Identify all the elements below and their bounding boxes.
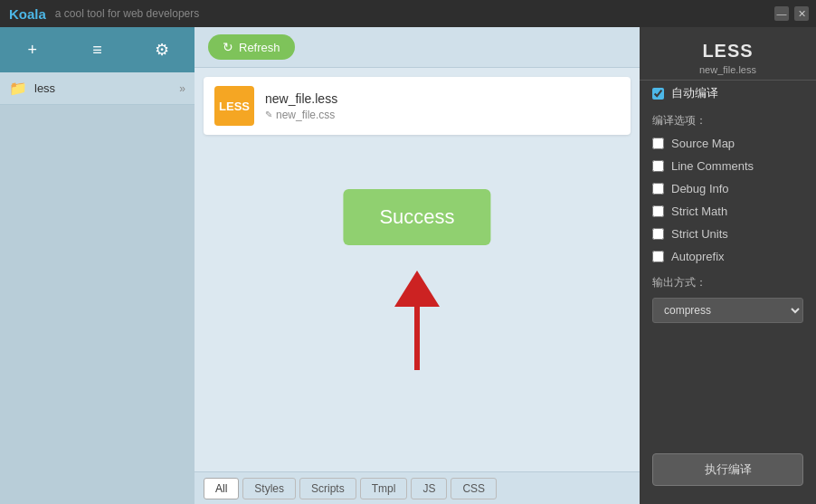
center-panel: ↻ Refresh LESS new_file.less ✎ new_file.… — [195, 27, 640, 504]
file-badge: LESS — [214, 86, 254, 126]
file-output-name: new_file.css — [276, 109, 335, 121]
autoprefix-checkbox[interactable] — [652, 251, 664, 262]
tab-all[interactable]: All — [204, 478, 239, 499]
auto-compile-row: 自动编译 — [640, 81, 816, 106]
line-comments-label: Line Comments — [671, 159, 754, 173]
option-strict-units: Strict Units — [640, 223, 816, 245]
folder-expand-icon: » — [179, 82, 185, 95]
file-output: ✎ new_file.css — [265, 109, 620, 121]
close-button[interactable]: ✕ — [794, 6, 809, 21]
app-body: + ≡ ⚙ 📁 less » ↻ Refresh LESS new_file.l… — [0, 27, 816, 504]
folder-name: less — [34, 81, 179, 95]
strict-math-checkbox[interactable] — [652, 205, 664, 217]
center-topbar: ↻ Refresh — [195, 27, 640, 68]
minimize-button[interactable]: — — [774, 6, 789, 21]
source-map-checkbox[interactable] — [652, 138, 664, 149]
strict-units-checkbox[interactable] — [652, 228, 664, 240]
folder-icon: 📁 — [9, 80, 27, 97]
right-panel: LESS new_file.less 自动编译 编译选项： Source Map… — [640, 27, 816, 504]
output-select[interactable]: compress normal minify expanded — [652, 298, 803, 323]
option-debug-info: Debug Info — [640, 177, 816, 200]
add-project-button[interactable]: + — [14, 33, 51, 66]
right-panel-spacer — [640, 332, 816, 453]
debug-info-label: Debug Info — [671, 182, 729, 195]
svg-marker-1 — [394, 271, 440, 307]
file-list: LESS new_file.less ✎ new_file.css — [195, 68, 640, 144]
auto-compile-checkbox[interactable] — [652, 88, 664, 100]
source-map-label: Source Map — [671, 137, 735, 150]
strict-math-label: Strict Math — [671, 204, 727, 218]
refresh-button[interactable]: ↻ Refresh — [208, 34, 295, 60]
toolbar-icons: + ≡ ⚙ — [0, 27, 195, 72]
left-toolbar: + ≡ ⚙ 📁 less » — [0, 27, 195, 504]
file-item[interactable]: LESS new_file.less ✎ new_file.css — [204, 77, 631, 135]
app-subtitle: a cool tool for web developers — [55, 7, 199, 20]
center-content: Success — [195, 144, 640, 471]
option-strict-math: Strict Math — [640, 200, 816, 223]
auto-compile-label: 自动编译 — [671, 85, 718, 101]
title-bar: Koala a cool tool for web developers — ✕ — [0, 0, 816, 27]
tab-scripts[interactable]: Scripts — [299, 478, 356, 499]
autoprefix-label: Autoprefix — [671, 250, 725, 263]
right-panel-title: LESS — [649, 41, 807, 62]
app-logo: Koala — [9, 6, 46, 22]
compile-button[interactable]: 执行编译 — [652, 453, 803, 486]
option-autoprefix: Autoprefix — [640, 245, 816, 268]
tab-styles[interactable]: Styles — [242, 478, 296, 499]
option-source-map: Source Map — [640, 132, 816, 155]
success-message: Success — [343, 189, 490, 245]
file-list-button[interactable]: ≡ — [79, 33, 115, 66]
file-info: new_file.less ✎ new_file.css — [265, 91, 620, 121]
window-controls: — ✕ — [774, 6, 809, 21]
bottom-tabs: All Styles Scripts Tmpl JS CSS — [195, 471, 640, 504]
tab-tmpl[interactable]: Tmpl — [360, 478, 408, 499]
strict-units-label: Strict Units — [671, 227, 728, 241]
options-section-label: 编译选项： — [640, 106, 816, 132]
right-panel-filename: new_file.less — [649, 64, 807, 75]
option-line-comments: Line Comments — [640, 155, 816, 177]
tab-js[interactable]: JS — [411, 478, 447, 499]
folder-row[interactable]: 📁 less » — [0, 72, 195, 105]
debug-info-checkbox[interactable] — [652, 183, 664, 195]
right-panel-header: LESS new_file.less — [640, 27, 816, 81]
file-output-icon: ✎ — [265, 109, 272, 119]
line-comments-checkbox[interactable] — [652, 160, 664, 172]
output-method-row: compress normal minify expanded — [640, 294, 816, 332]
tab-css[interactable]: CSS — [451, 478, 497, 499]
refresh-icon: ↻ — [223, 40, 233, 54]
refresh-label: Refresh — [239, 41, 280, 54]
file-name: new_file.less — [265, 91, 620, 106]
arrow-graphic — [381, 262, 453, 379]
output-method-label: 输出方式： — [640, 268, 816, 294]
settings-button[interactable]: ⚙ — [144, 33, 180, 66]
